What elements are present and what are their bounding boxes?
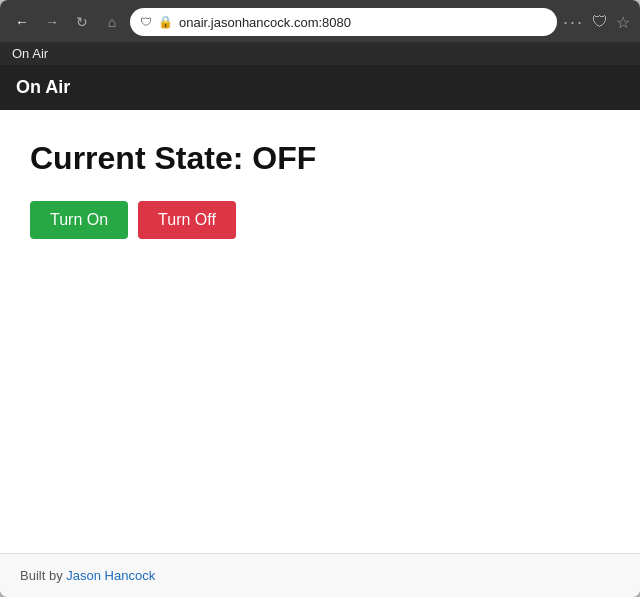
forward-icon: →	[45, 14, 59, 30]
url-text: onair.jasonhancock.com:8080	[179, 15, 547, 30]
site-footer: Built by Jason Hancock	[0, 553, 640, 597]
lock-icon: 🔒	[158, 15, 173, 29]
back-icon: ←	[15, 14, 29, 30]
built-by-text: Built by	[20, 568, 66, 583]
pocket-icon[interactable]: 🛡	[592, 13, 608, 31]
menu-dots-button[interactable]: ···	[563, 12, 584, 33]
browser-window: ← → ↻ ⌂ 🛡 🔒 onair.jasonhancock.com:8080 …	[0, 0, 640, 597]
shield-icon: 🛡	[140, 15, 152, 29]
turn-off-button[interactable]: Turn Off	[138, 201, 236, 239]
home-button[interactable]: ⌂	[100, 10, 124, 34]
bookmark-icon[interactable]: ☆	[616, 13, 630, 32]
site-header: On Air	[0, 65, 640, 110]
action-button-row: Turn On Turn Off	[30, 201, 610, 239]
browser-chrome: ← → ↻ ⌂ 🛡 🔒 onair.jasonhancock.com:8080 …	[0, 0, 640, 42]
browser-tab-bar: On Air	[0, 42, 640, 65]
turn-on-button[interactable]: Turn On	[30, 201, 128, 239]
forward-button[interactable]: →	[40, 10, 64, 34]
author-link[interactable]: Jason Hancock	[66, 568, 155, 583]
site-title: On Air	[16, 77, 70, 97]
page-content: On Air Current State: OFF Turn On Turn O…	[0, 65, 640, 597]
address-bar[interactable]: 🛡 🔒 onair.jasonhancock.com:8080	[130, 8, 557, 36]
reload-button[interactable]: ↻	[70, 10, 94, 34]
home-icon: ⌂	[108, 14, 116, 30]
main-area: Current State: OFF Turn On Turn Off	[0, 110, 640, 553]
reload-icon: ↻	[76, 14, 88, 30]
tab-title[interactable]: On Air	[12, 46, 48, 61]
back-button[interactable]: ←	[10, 10, 34, 34]
browser-actions: ··· 🛡 ☆	[563, 12, 630, 33]
current-state-heading: Current State: OFF	[30, 140, 610, 177]
